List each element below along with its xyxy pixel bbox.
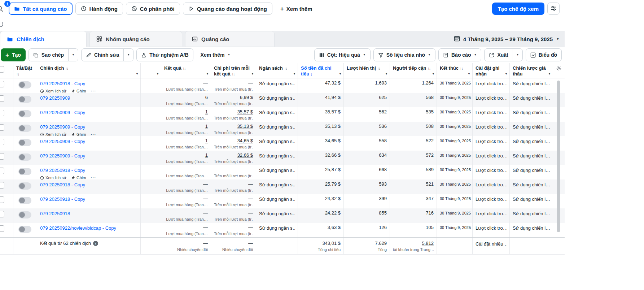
column-header-cost-per-result[interactable]: Chi phí trên mỗi kết quả ↑↓▼ (211, 63, 256, 78)
pin-button[interactable]: Ghim (71, 176, 86, 179)
toggle-knob (19, 82, 25, 88)
column-header-attribution[interactable]: Cài đặt ghi nhận▼ (473, 63, 510, 78)
pin-button[interactable]: Ghim (71, 132, 86, 136)
more-actions-button[interactable]: Xem thêm ▼ (196, 48, 235, 61)
edit-button[interactable]: Chỉnh sửa (81, 48, 124, 61)
campaign-name-link[interactable]: 079 20250918 - Copy (40, 182, 85, 187)
select-all-checkbox[interactable] (0, 66, 4, 73)
row-checkbox[interactable] (0, 124, 4, 131)
row-checkbox[interactable] (0, 153, 4, 160)
filter-chip-active-ads[interactable]: Quảng cáo đang hoạt động (183, 3, 272, 15)
campaign-toggle[interactable] (18, 125, 31, 132)
campaign-toggle[interactable] (18, 81, 31, 88)
view-settings-button[interactable] (547, 3, 560, 15)
row-checkbox[interactable] (0, 211, 4, 217)
column-header-budget[interactable]: Ngân sách ↑↓▼ (256, 63, 298, 78)
row-checkbox[interactable] (0, 168, 4, 174)
create-view-button[interactable]: Tạo chế độ xem (492, 3, 544, 15)
create-button[interactable]: + Tạo (1, 48, 26, 61)
campaign-name-link[interactable]: 079 20250918 - Copy (40, 168, 85, 173)
table-row: 079 20250918 - Copy Xem lịch sử Ghim ···… (0, 179, 565, 194)
info-icon[interactable]: i (93, 241, 98, 246)
tab-campaigns[interactable]: Chiến dịch (0, 31, 87, 47)
row-checkbox[interactable] (0, 110, 4, 116)
reach-cell: 589 (390, 165, 437, 179)
see-more-filters-button[interactable]: + Xem thêm (275, 3, 317, 15)
column-header-end[interactable]: Kết thúc ↑↓▼ (437, 63, 473, 78)
vertical-scrollbar[interactable] (557, 81, 560, 232)
campaign-name-link[interactable]: 079 20250909 (40, 95, 70, 101)
tab-ad-sets[interactable]: Nhóm quảng cáo (89, 31, 182, 47)
filter-chip-all-ads[interactable]: Tất cả quảng cáo (9, 3, 73, 15)
campaign-name-link[interactable]: 079 20250918 - Copy (40, 81, 85, 86)
column-filter-icon[interactable]: ▼ (136, 72, 139, 76)
column-header-result[interactable]: Kết quả ↑↓▼ (161, 63, 211, 78)
row-checkbox[interactable] (0, 95, 4, 102)
column-header-reach[interactable]: Người tiếp cận ↑↓▼ (390, 63, 437, 78)
campaign-toggle[interactable] (18, 110, 31, 117)
campaign-toggle[interactable] (18, 96, 31, 103)
column-filter-icon[interactable]: ▼ (293, 72, 296, 76)
column-header-collapsed[interactable]: ▼ (141, 63, 161, 78)
column-header-amount-spent[interactable]: Số tiền đã chi tiêu ↓▼ (298, 63, 344, 78)
bid-strategy-cell: Sử dụng chiến l… (510, 78, 553, 93)
row-checkbox[interactable] (0, 81, 4, 87)
ab-test-button[interactable]: Thử nghiệm A/B (136, 48, 193, 61)
campaign-name-link[interactable]: 079 20250909 - Copy (40, 124, 85, 130)
row-checkbox[interactable] (0, 139, 4, 145)
columns-button[interactable]: Cột: Hiệu quả ▼ (314, 48, 371, 61)
column-filter-icon[interactable]: ▼ (206, 72, 209, 76)
column-filter-icon[interactable]: ▼ (156, 72, 159, 76)
column-filter-icon[interactable]: ▼ (468, 72, 470, 76)
view-history-button[interactable]: Xem lịch sử (40, 89, 66, 93)
campaign-name-link[interactable]: 079 20250922/noview/bidcap - Copy (40, 225, 116, 231)
duplicate-button[interactable]: Sao chép (29, 48, 69, 61)
column-filter-icon[interactable]: ▼ (251, 72, 254, 76)
column-filter-icon[interactable]: ▼ (385, 72, 388, 76)
charts-button[interactable]: Biểu đồ (526, 48, 562, 61)
row-more-options-button[interactable]: ··· (91, 176, 96, 179)
campaign-name-link[interactable]: 079 20250909 - Copy (40, 110, 85, 115)
edit-dropdown-button[interactable]: ▼ (123, 48, 133, 61)
filter-chip-had-delivery[interactable]: Có phân phối (126, 3, 180, 15)
row-more-options-button[interactable]: ··· (91, 89, 96, 93)
breakdown-button[interactable]: Số liệu chia nhỏ ▼ (373, 48, 435, 61)
duplicate-dropdown-button[interactable]: ▼ (68, 48, 78, 61)
column-header-bid-strategy[interactable]: Chiến lược giá thầu▼ (510, 63, 553, 78)
row-checkbox[interactable] (0, 196, 4, 203)
campaign-name-link[interactable]: 079 20250909 - Copy (40, 153, 85, 159)
campaign-name-link[interactable]: 079 20250909 - Copy (40, 139, 85, 144)
campaign-name-link[interactable]: 079 20250918 (40, 211, 70, 216)
column-header-impressions[interactable]: Lượt hiển thị ↑↓▼ (344, 63, 390, 78)
campaign-name-link[interactable]: 079 20250918 - Copy (40, 196, 85, 202)
filter-chip-actions[interactable]: Hành động (75, 3, 123, 15)
campaign-toggle[interactable] (18, 182, 31, 190)
column-filter-icon[interactable]: ▼ (432, 72, 435, 76)
pin-button[interactable]: Ghim (71, 89, 86, 93)
view-history-button[interactable]: Xem lịch sử (40, 132, 66, 136)
filter-bar: 1 Tất cả quảng cáo Hành động Có phân phố… (0, 0, 565, 17)
campaign-toggle[interactable] (18, 197, 31, 204)
campaign-toggle[interactable] (18, 168, 31, 175)
row-checkbox[interactable] (0, 182, 4, 189)
column-header-select[interactable] (0, 63, 13, 78)
row-more-options-button[interactable]: ··· (91, 132, 96, 136)
campaign-toggle[interactable] (18, 153, 31, 161)
report-button[interactable]: Báo cáo ▼ (438, 48, 481, 61)
date-range-picker[interactable]: 4 Tháng 9, 2025 – 29 Tháng 9, 2025 ▼ (454, 35, 565, 43)
column-filter-icon[interactable]: ▼ (339, 72, 342, 76)
plus-icon: + (5, 52, 9, 58)
campaign-toggle[interactable] (18, 211, 31, 218)
view-history-button[interactable]: Xem lịch sử (40, 176, 66, 179)
export-button[interactable]: Xuất (484, 48, 513, 61)
column-filter-icon[interactable]: ▼ (548, 72, 551, 76)
column-header-campaign[interactable]: Chiến dịch ↑↓▼ (37, 63, 141, 78)
column-filter-icon[interactable]: ▼ (505, 72, 508, 76)
row-checkbox[interactable] (0, 225, 4, 232)
column-settings-button[interactable] (553, 63, 565, 78)
export-dropdown-button[interactable]: ▼ (513, 48, 523, 61)
tab-ads[interactable]: Quảng cáo (185, 31, 275, 47)
campaign-toggle[interactable] (18, 226, 31, 233)
campaign-toggle[interactable] (18, 139, 31, 146)
column-header-toggle[interactable]: Tắt/Bật ↑↓ (13, 63, 37, 78)
